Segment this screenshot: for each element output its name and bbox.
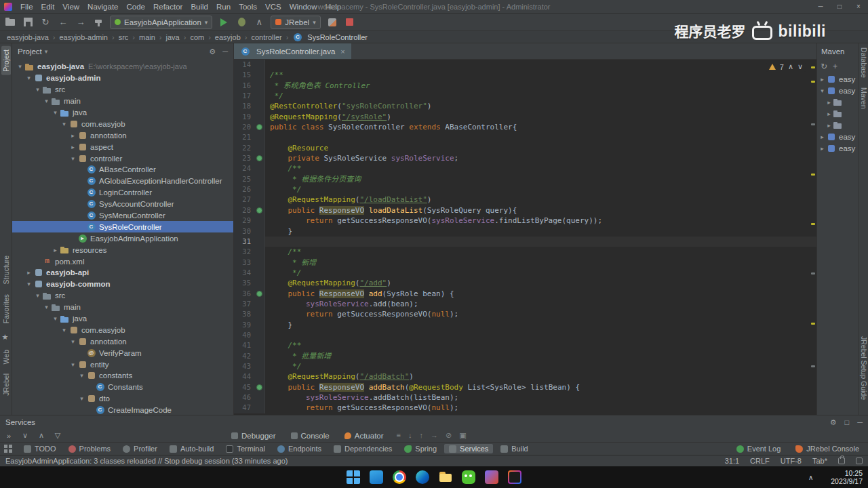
breadcrumb-item-easyjob-java[interactable]: easyjob-java: [7, 33, 49, 41]
code-line[interactable]: 41 /**: [234, 340, 816, 350]
sync-icon[interactable]: ↻: [39, 16, 52, 28]
taskbar-vscode-icon[interactable]: [370, 470, 383, 484]
readonly-lock-icon[interactable]: [838, 458, 845, 464]
favorites-star-icon[interactable]: ★: [2, 333, 10, 342]
tree-item-easyjob-common[interactable]: ▾easyjob-common: [12, 279, 233, 290]
tree-item-src[interactable]: ▾src: [12, 290, 233, 302]
encoding[interactable]: UTF-8: [781, 457, 802, 465]
tree-chevron[interactable]: ▾: [42, 98, 51, 104]
code-line[interactable]: 15/**: [234, 70, 816, 80]
taskbar-edge-icon[interactable]: [416, 470, 429, 484]
tree-chevron[interactable]: ▾: [24, 281, 33, 287]
back-arrow-icon[interactable]: ←: [57, 16, 69, 28]
status-message[interactable]: EasyjobAdminApplication: 3 classes reloa…: [5, 457, 288, 465]
menu-item-view[interactable]: View: [58, 3, 83, 11]
code-line[interactable]: 40: [234, 330, 816, 340]
taskbar-chrome-icon[interactable]: [393, 470, 406, 484]
tree-chevron[interactable]: ▸: [825, 99, 833, 106]
stripe-mark[interactable]: [811, 174, 815, 176]
code-line[interactable]: 44 @RequestMapping("/addBatch"): [234, 371, 816, 382]
taskbar-start-button[interactable]: [347, 470, 360, 484]
menu-item-help[interactable]: Help: [321, 3, 346, 11]
tree-chevron[interactable]: ▸: [51, 247, 60, 253]
build-hammer-icon[interactable]: [92, 16, 104, 28]
chevron-down-icon[interactable]: ▾: [45, 48, 48, 55]
breadcrumb-item-src[interactable]: src: [119, 33, 129, 41]
paintbrush-icon[interactable]: [326, 16, 338, 28]
breadcrumb-item-java[interactable]: java: [166, 33, 180, 41]
tool-window-button-spring[interactable]: Spring: [399, 444, 441, 453]
tool-window-button-dependencies[interactable]: Dependencies: [329, 444, 397, 453]
breadcrumb-item-com[interactable]: com: [190, 33, 204, 41]
notifications-icon[interactable]: [856, 458, 863, 464]
tree-item-com-easyjob[interactable]: ▾com.easyjob: [12, 118, 233, 129]
code-line[interactable]: 27 @RequestMapping("/loadDataList"): [234, 195, 816, 205]
taskbar-app-icon[interactable]: [485, 470, 498, 484]
code-line[interactable]: 19@RequestMapping("/sysRole"): [234, 112, 816, 122]
tree-item-annotation[interactable]: ▸annotation: [12, 129, 233, 141]
tree-chevron[interactable]: ▾: [60, 121, 68, 127]
forward-arrow-icon[interactable]: →: [75, 16, 87, 28]
view-options-icon[interactable]: ▣: [459, 431, 466, 440]
tool-tab-structure[interactable]: Structure: [2, 256, 10, 285]
tool-tab-maven[interactable]: Maven: [860, 87, 868, 109]
services-tab-console[interactable]: Console: [285, 429, 336, 442]
code-line[interactable]: 34 */: [234, 268, 816, 278]
tree-item-entity[interactable]: ▾entity: [12, 359, 233, 370]
run-configuration-selector[interactable]: EasyjobApiApplication ▾: [110, 16, 212, 29]
tree-item-sysaccountcontroller[interactable]: SysAccountController: [12, 199, 233, 210]
tool-window-button-todo[interactable]: TODO: [19, 444, 61, 453]
code-line[interactable]: 16 * 系统角色表 Controller: [234, 81, 816, 91]
tree-item-easyjob-api[interactable]: ▸easyjob-api: [12, 267, 233, 279]
show-more-icon[interactable]: »: [4, 432, 14, 440]
spring-bean-icon[interactable]: [256, 384, 262, 390]
tree-item-easyjob-admin[interactable]: ▾easyjob-admin: [12, 73, 233, 84]
menu-item-navigate[interactable]: Navigate: [83, 3, 122, 11]
maximize-button[interactable]: □: [830, 3, 849, 10]
tree-chevron[interactable]: ▾: [16, 63, 24, 70]
stripe-mark[interactable]: [811, 365, 815, 367]
tree-item-sysmenucontroller[interactable]: SysMenuController: [12, 210, 233, 222]
tool-window-button-jrebel-console[interactable]: JRebel Console: [791, 444, 864, 453]
tree-item-easyjobadminapplication[interactable]: EasyjobAdminApplication: [12, 232, 233, 244]
code-line[interactable]: 33 * 新增: [234, 258, 816, 268]
inspections-widget[interactable]: 7 ∧ ∨: [766, 62, 806, 72]
maven-item[interactable]: ▾easy: [817, 85, 859, 96]
save-icon[interactable]: [22, 16, 34, 28]
tree-chevron[interactable]: ▾: [51, 109, 60, 116]
tree-chevron[interactable]: ▾: [77, 395, 86, 402]
open-folder-icon[interactable]: [4, 16, 16, 28]
tree-item-constants[interactable]: Constants: [12, 382, 233, 393]
tree-chevron[interactable]: ▸: [818, 134, 826, 140]
menu-item-refactor[interactable]: Refactor: [149, 3, 186, 11]
tree-item-abasecontroller[interactable]: ABaseController: [12, 164, 233, 176]
jrebel-selector[interactable]: JRebel ▾: [271, 16, 320, 29]
close-tab-icon[interactable]: ×: [340, 47, 344, 56]
expand-icon[interactable]: ∨: [20, 431, 30, 440]
tree-item-com-easyjob[interactable]: ▾com.easyjob: [12, 324, 233, 336]
services-tab-actuator[interactable]: Actuator: [338, 429, 390, 442]
tree-chevron[interactable]: ▾: [51, 315, 60, 322]
mute-icon[interactable]: ⊘: [446, 431, 452, 440]
spring-bean-icon[interactable]: [256, 155, 262, 161]
settings-gear-icon[interactable]: ⚙: [830, 418, 837, 427]
stripe-mark[interactable]: [811, 123, 815, 125]
tool-tab-favorites[interactable]: Favorites: [2, 294, 10, 323]
maven-item[interactable]: ▸: [817, 119, 859, 131]
step-over-icon[interactable]: →: [431, 431, 438, 440]
profiler-button[interactable]: ∧: [253, 16, 265, 28]
close-button[interactable]: ×: [849, 3, 868, 10]
code-line[interactable]: 28 public ResponseVO loadDataList(SysRol…: [234, 205, 816, 216]
tree-chevron[interactable]: ▾: [60, 327, 68, 333]
tray-chevron-icon[interactable]: ∧: [808, 474, 813, 481]
code-line[interactable]: 45 public ResponseVO addBatch(@RequestBo…: [234, 382, 816, 392]
hide-panel-icon[interactable]: ─: [857, 418, 863, 427]
spring-bean-icon[interactable]: [256, 291, 262, 297]
tool-tab-jrebel-setup-guide[interactable]: JRebel Setup Guide: [860, 336, 868, 400]
maven-item[interactable]: ▸easy: [817, 131, 859, 142]
breadcrumb-item-main[interactable]: main: [139, 33, 155, 41]
menu-item-window[interactable]: Window: [285, 3, 321, 11]
menu-item-vcs[interactable]: VCS: [261, 3, 285, 11]
taskbar-clock[interactable]: 10:25 2023/9/17: [831, 469, 863, 485]
tool-window-button-terminal[interactable]: Terminal: [221, 444, 270, 453]
